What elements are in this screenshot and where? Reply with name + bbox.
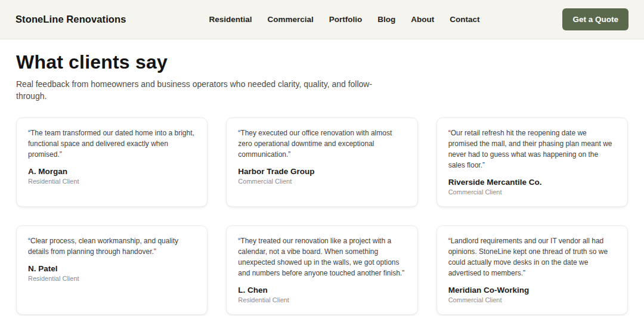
testimonial-card: “They treated our renovation like a proj… (226, 225, 417, 315)
testimonial-role: Commercial Client (238, 178, 405, 185)
nav-item-about[interactable]: About (411, 15, 434, 24)
testimonial-role: Residential Client (238, 296, 405, 303)
testimonial-quote: “The team transformed our dated home int… (28, 128, 196, 160)
testimonial-role: Residential Client (28, 178, 196, 185)
testimonials-section: What clients say Real feedback from home… (0, 39, 644, 315)
testimonial-role: Residential Client (28, 275, 196, 282)
brand-logo[interactable]: StoneLine Renovations (16, 14, 126, 25)
testimonial-name: Harbor Trade Group (238, 167, 405, 176)
nav-item-portfolio[interactable]: Portfolio (329, 15, 363, 24)
testimonial-quote: “Clear process, clean workmanship, and q… (28, 236, 196, 257)
testimonial-card: “Clear process, clean workmanship, and q… (16, 225, 208, 315)
testimonial-name: Meridian Co-Working (448, 286, 616, 295)
testimonial-name: N. Patel (28, 264, 196, 273)
testimonial-card: “The team transformed our dated home int… (16, 117, 208, 207)
site-header: StoneLine Renovations Residential Commer… (0, 0, 644, 39)
page-subtitle: Real feedback from homeowners and busine… (16, 78, 386, 103)
testimonial-quote: “Landlord requirements and our IT vendor… (448, 236, 616, 278)
testimonial-role: Commercial Client (448, 188, 616, 196)
testimonial-quote: “Our retail refresh hit the reopening da… (448, 128, 616, 171)
testimonial-name: A. Morgan (28, 167, 196, 176)
testimonial-card: “Landlord requirements and our IT vendor… (436, 225, 628, 315)
nav-item-residential[interactable]: Residential (209, 15, 252, 24)
nav-item-blog[interactable]: Blog (377, 15, 395, 24)
testimonial-name: Riverside Mercantile Co. (448, 178, 616, 187)
main-nav: Residential Commercial Portfolio Blog Ab… (126, 15, 562, 24)
testimonial-card: “They executed our office renovation wit… (226, 117, 417, 207)
testimonial-name: L. Chen (238, 286, 405, 295)
testimonial-quote: “They treated our renovation like a proj… (238, 236, 405, 278)
testimonial-grid: “The team transformed our dated home int… (16, 117, 628, 315)
nav-item-commercial[interactable]: Commercial (267, 15, 313, 24)
nav-item-contact[interactable]: Contact (450, 15, 479, 24)
get-a-quote-button[interactable]: Get a Quote (562, 8, 628, 30)
testimonial-card: “Our retail refresh hit the reopening da… (436, 117, 628, 207)
testimonial-quote: “They executed our office renovation wit… (238, 128, 405, 160)
page-title: What clients say (16, 51, 628, 73)
testimonial-role: Commercial Client (448, 296, 616, 303)
